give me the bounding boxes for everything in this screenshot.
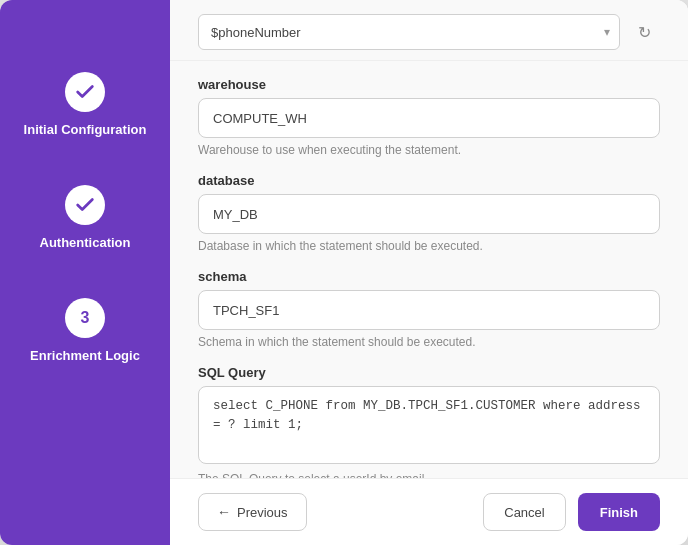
database-label: database (198, 173, 660, 188)
arrow-left-icon: ← (217, 504, 231, 520)
previous-button[interactable]: ← Previous (198, 493, 307, 531)
previous-button-label: Previous (237, 505, 288, 520)
schema-field-group: schema Schema in which the statement sho… (198, 269, 660, 349)
footer-right: Cancel Finish (483, 493, 660, 531)
footer: ← Previous Cancel Finish (170, 478, 688, 545)
finish-button[interactable]: Finish (578, 493, 660, 531)
sql-query-field-group: SQL Query The SQL Query to select a user… (198, 365, 660, 478)
sidebar-item-initial-configuration: Initial Configuration (0, 48, 170, 161)
top-row: $phoneNumber ▾ ↻ (170, 0, 688, 61)
phone-number-select[interactable]: $phoneNumber (198, 14, 620, 50)
refresh-icon: ↻ (638, 23, 651, 42)
content-area: warehouse Warehouse to use when executin… (170, 61, 688, 478)
sidebar-item-authentication: Authentication (0, 161, 170, 274)
schema-input[interactable] (198, 290, 660, 330)
sql-query-input[interactable] (198, 386, 660, 464)
schema-description: Schema in which the statement should be … (198, 335, 660, 349)
refresh-button[interactable]: ↻ (628, 16, 660, 48)
database-input[interactable] (198, 194, 660, 234)
step-circle-1 (65, 72, 105, 112)
database-description: Database in which the statement should b… (198, 239, 660, 253)
sidebar-item-enrichment-logic: 3 Enrichment Logic (0, 274, 170, 387)
sidebar-item-label-3: Enrichment Logic (30, 348, 140, 363)
main-content: $phoneNumber ▾ ↻ warehouse Warehouse to … (170, 0, 688, 545)
phone-number-select-wrapper: $phoneNumber ▾ (198, 14, 620, 50)
sidebar: Initial Configuration Authentication 3 E… (0, 0, 170, 545)
cancel-button[interactable]: Cancel (483, 493, 565, 531)
sql-query-label: SQL Query (198, 365, 660, 380)
sidebar-item-label-2: Authentication (40, 235, 131, 250)
warehouse-description: Warehouse to use when executing the stat… (198, 143, 660, 157)
schema-label: schema (198, 269, 660, 284)
modal-container: Initial Configuration Authentication 3 E… (0, 0, 688, 545)
sidebar-item-label-1: Initial Configuration (24, 122, 147, 137)
step-circle-2 (65, 185, 105, 225)
step-circle-3: 3 (65, 298, 105, 338)
warehouse-input[interactable] (198, 98, 660, 138)
warehouse-label: warehouse (198, 77, 660, 92)
warehouse-field-group: warehouse Warehouse to use when executin… (198, 77, 660, 157)
database-field-group: database Database in which the statement… (198, 173, 660, 253)
